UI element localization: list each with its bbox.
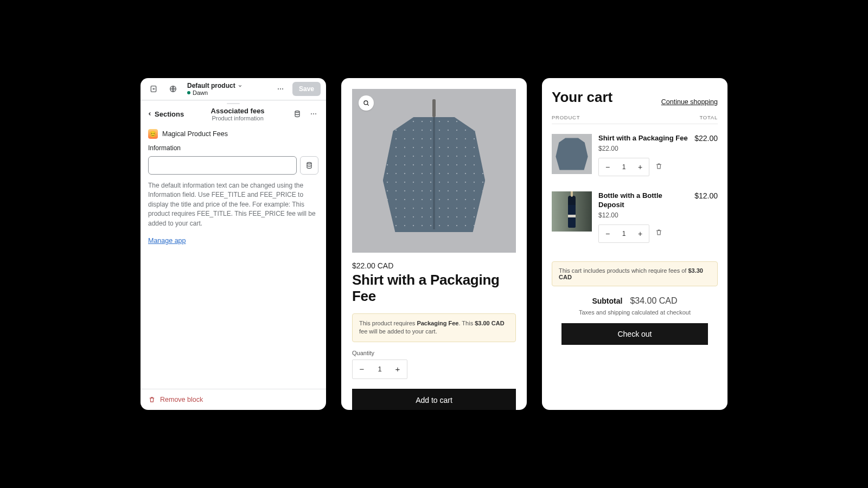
qty-value: 1	[371, 365, 388, 373]
fee-notice: This product requires Packaging Fee. Thi…	[352, 313, 516, 342]
trash-icon	[655, 162, 663, 170]
col-total-label: TOTAL	[699, 114, 718, 120]
cart-item-name: Bottle with a Bottle Deposit	[598, 191, 688, 209]
product-image	[352, 89, 516, 253]
cart-item-price: $22.00	[598, 145, 688, 152]
app-block-row: 😊 Magical Product Fees	[141, 127, 326, 144]
back-label: Sections	[155, 110, 184, 118]
cart-item-name: Shirt with a Packaging Fee	[598, 134, 688, 143]
drag-handle	[227, 103, 240, 104]
checkout-button[interactable]: Check out	[561, 323, 708, 345]
cart-fee-notice: This cart includes products which requir…	[552, 261, 718, 286]
chevron-down-icon	[238, 84, 242, 88]
svg-point-8	[315, 113, 316, 114]
globe-icon[interactable]	[165, 81, 181, 97]
svg-point-3	[280, 88, 281, 89]
section-title: Associated fees	[188, 107, 287, 115]
qty-decrease-button[interactable]: −	[353, 360, 371, 378]
svg-point-10	[364, 101, 368, 105]
database-icon	[305, 161, 314, 170]
remove-item-button[interactable]	[655, 228, 663, 239]
cart-thumb	[552, 191, 592, 232]
cart-thumb	[552, 134, 592, 174]
app-icon: 😊	[148, 129, 158, 139]
product-price: $22.00 CAD	[352, 261, 516, 270]
exit-icon[interactable]	[146, 81, 161, 97]
information-field-label: Information	[148, 144, 318, 152]
data-source-icon[interactable]	[291, 106, 303, 121]
continue-shopping-link[interactable]: Continue shopping	[661, 98, 718, 106]
cart-line-item: Shirt with a Packaging Fee $22.00 − 1 + …	[552, 134, 718, 176]
tax-shipping-note: Taxes and shipping calculated at checkou…	[552, 309, 718, 316]
svg-point-9	[307, 163, 311, 164]
product-switcher[interactable]: Default product Dawn	[185, 82, 269, 96]
section-header: Sections Associated fees Product informa…	[141, 100, 326, 127]
cart-qty-stepper: − 1 +	[598, 224, 649, 243]
quantity-label: Quantity	[352, 350, 516, 356]
dynamic-source-button[interactable]	[300, 156, 318, 175]
theme-editor-panel: Default product Dawn Save Sections Assoc…	[141, 78, 326, 410]
app-block-name: Magical Product Fees	[162, 130, 228, 138]
trash-icon	[655, 228, 663, 236]
cart-title: Your cart	[552, 89, 612, 106]
cart-item-price: $12.00	[598, 211, 688, 219]
cart-qty-stepper: − 1 +	[598, 158, 649, 176]
svg-point-4	[282, 88, 283, 89]
theme-status-dot	[187, 91, 190, 94]
svg-point-5	[295, 111, 299, 113]
remove-block-button[interactable]: Remove block	[141, 389, 326, 410]
cart-line-total: $12.00	[694, 191, 718, 243]
more-icon[interactable]	[273, 81, 288, 97]
qty-decrease-button[interactable]: −	[599, 225, 616, 242]
manage-app-link[interactable]: Manage app	[148, 237, 186, 245]
section-subtitle: Product information	[188, 115, 287, 121]
qty-value: 1	[616, 163, 631, 171]
qty-increase-button[interactable]: +	[631, 158, 649, 176]
cart-panel: Your cart Continue shopping PRODUCT TOTA…	[542, 78, 727, 410]
save-button[interactable]: Save	[292, 82, 321, 96]
remove-block-label: Remove block	[160, 396, 203, 403]
back-to-sections[interactable]: Sections	[147, 110, 184, 118]
information-input[interactable]	[148, 156, 297, 175]
col-product-label: PRODUCT	[552, 114, 580, 120]
editor-topbar: Default product Dawn Save	[141, 78, 326, 100]
svg-point-2	[278, 88, 279, 89]
qty-value: 1	[616, 230, 631, 237]
qty-decrease-button[interactable]: −	[599, 158, 616, 176]
subtotal-value: $34.00 CAD	[630, 296, 677, 306]
svg-point-7	[313, 113, 314, 114]
theme-name-label: Dawn	[193, 89, 208, 96]
chevron-left-icon	[147, 111, 152, 117]
remove-item-button[interactable]	[655, 162, 663, 172]
svg-point-6	[311, 113, 312, 114]
product-title: Shirt with a Packaging Fee	[352, 272, 516, 305]
subtotal-label: Subtotal	[592, 297, 622, 305]
product-template-label: Default product	[187, 82, 235, 89]
qty-increase-button[interactable]: +	[388, 360, 407, 378]
section-more-icon[interactable]	[308, 106, 320, 121]
add-to-cart-button[interactable]: Add to cart	[352, 389, 516, 410]
product-page-panel: $22.00 CAD Shirt with a Packaging Fee Th…	[341, 78, 527, 410]
qty-increase-button[interactable]: +	[631, 225, 649, 242]
trash-icon	[148, 396, 156, 403]
information-help-text: The default information text can be chan…	[148, 181, 318, 228]
quantity-stepper: − 1 +	[352, 359, 407, 379]
cart-line-total: $22.00	[694, 134, 718, 176]
cart-line-item: Bottle with a Bottle Deposit $12.00 − 1 …	[552, 191, 718, 243]
